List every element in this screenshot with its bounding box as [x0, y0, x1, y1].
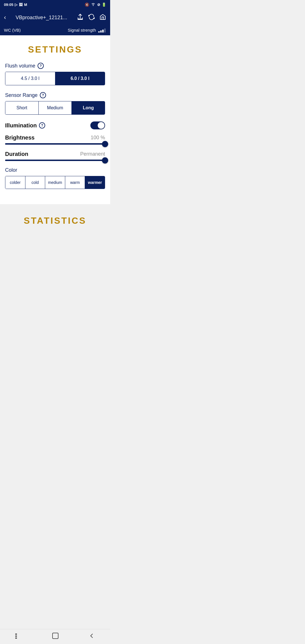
back-button[interactable]: ‹	[4, 14, 6, 21]
brightness-track[interactable]	[5, 143, 105, 145]
color-colder[interactable]: colder	[5, 176, 25, 189]
brightness-fill	[5, 143, 105, 145]
svg-point-0	[93, 5, 94, 6]
duration-label: Duration	[5, 151, 28, 157]
color-group: colder cold medium warm warmer	[5, 176, 105, 189]
flush-volume-option-0[interactable]: 4.5 / 3.0 l	[5, 72, 55, 85]
illumination-row: Illumination ?	[5, 121, 105, 129]
brightness-thumb[interactable]	[102, 141, 108, 147]
color-block: Color colder cold medium warm warmer	[5, 167, 105, 189]
color-warmer[interactable]: warmer	[85, 176, 105, 189]
brightness-value: 100 %	[91, 135, 105, 141]
brightness-row: Brightness 100 %	[5, 134, 105, 145]
statistics-title: STATISTICS	[5, 216, 105, 226]
sensor-range-label: Sensor Range ?	[5, 92, 105, 98]
illumination-help-icon[interactable]: ?	[39, 122, 45, 129]
flush-volume-label: Flush volume ?	[5, 63, 105, 69]
upload-icon[interactable]	[77, 14, 84, 21]
svg-rect-5	[104, 29, 106, 32]
duration-value: Permanent	[80, 151, 105, 157]
sensor-range-help-icon[interactable]: ?	[40, 92, 46, 98]
sensor-range-medium[interactable]: Medium	[39, 101, 72, 114]
settings-title: SETTINGS	[5, 35, 105, 63]
color-warm[interactable]: warm	[65, 176, 85, 189]
status-right: 🔇 ⊘ 🔋	[85, 2, 106, 7]
statistics-section: STATISTICS	[0, 204, 110, 243]
no-icon: ⊘	[97, 3, 100, 7]
svg-rect-2	[98, 31, 100, 32]
flush-volume-block: Flush volume ? 4.5 / 3.0 l 6.0 / 3.0 l	[5, 63, 105, 85]
play-icon: ▷	[15, 3, 18, 7]
app-title: VBproactive+_12121...	[9, 15, 74, 21]
duration-thumb[interactable]	[102, 157, 108, 164]
refresh-icon[interactable]	[88, 14, 95, 21]
battery-icon: 🔋	[102, 3, 106, 7]
duration-row: Duration Permanent	[5, 151, 105, 161]
sensor-range-block: Sensor Range ? Short Medium Long	[5, 92, 105, 115]
brightness-label: Brightness	[5, 134, 34, 141]
sensor-range-long[interactable]: Long	[72, 101, 105, 114]
signal-label: Signal strength	[68, 28, 106, 32]
color-cold[interactable]: cold	[25, 176, 45, 189]
color-label: Color	[5, 167, 105, 173]
sub-header: WC (VB) Signal strength	[0, 26, 110, 35]
device-label: WC (VB)	[4, 28, 21, 32]
main-content: SETTINGS Flush volume ? 4.5 / 3.0 l 6.0 …	[0, 35, 110, 204]
flush-volume-help-icon[interactable]: ?	[38, 63, 44, 69]
status-left: 09:05 ▷ 🖼 M	[4, 3, 27, 7]
brightness-header: Brightness 100 %	[5, 134, 105, 141]
sensor-range-group: Short Medium Long	[5, 101, 105, 115]
flush-volume-option-1[interactable]: 6.0 / 3.0 l	[55, 72, 105, 85]
wifi-icon	[91, 2, 96, 7]
app-bar: ‹ VBproactive+_12121...	[0, 9, 110, 26]
status-time: 09:05	[4, 3, 13, 7]
app-bar-icons	[77, 14, 106, 21]
home-icon[interactable]	[99, 14, 106, 21]
duration-track[interactable]	[5, 160, 105, 161]
sensor-range-short[interactable]: Short	[5, 101, 39, 114]
svg-rect-4	[102, 30, 104, 32]
svg-rect-3	[100, 31, 102, 32]
duration-fill	[5, 160, 105, 161]
illumination-label: Illumination ?	[5, 122, 45, 129]
duration-header: Duration Permanent	[5, 151, 105, 157]
mute-icon: 🔇	[85, 3, 89, 7]
image-icon: 🖼	[19, 3, 23, 7]
illumination-toggle[interactable]	[90, 121, 105, 129]
status-bar: 09:05 ▷ 🖼 M 🔇 ⊘ 🔋	[0, 0, 110, 9]
gmail-icon: M	[24, 3, 27, 7]
flush-volume-group: 4.5 / 3.0 l 6.0 / 3.0 l	[5, 72, 105, 85]
color-medium[interactable]: medium	[45, 176, 65, 189]
